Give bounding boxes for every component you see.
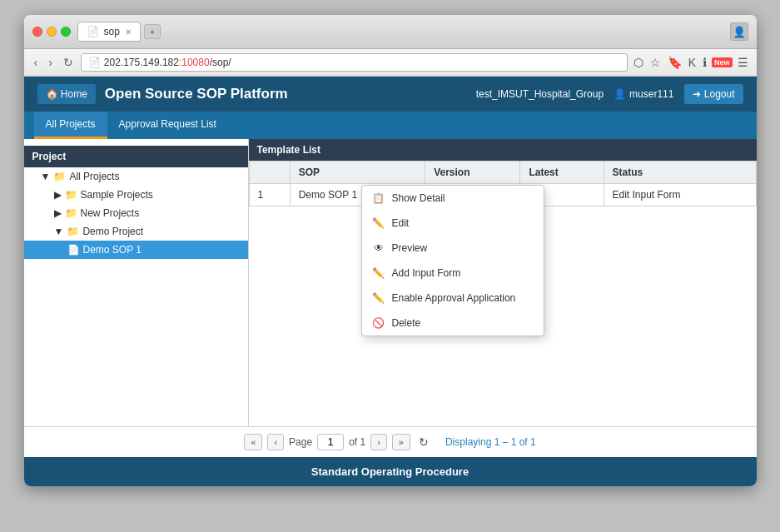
close-button[interactable] [32, 27, 42, 37]
first-page-button[interactable]: « [244, 434, 262, 450]
user-info: 👤 muser111 [614, 88, 673, 100]
template-panel-header: Template List [249, 139, 757, 161]
main-content: Project ▼ 📁 All Projects ▶ 📁 Sample Proj… [24, 139, 757, 426]
browser-window: 📄 sop ✕ + 👤 ‹ › ↻ 📄 202.175.149.182:1008… [24, 15, 757, 486]
user-icon: 👤 [614, 88, 626, 100]
address-text: 202.175.149.182:10080/sop/ [104, 57, 620, 68]
context-menu-label: Enable Approval Application [392, 292, 516, 304]
info-icon[interactable]: ℹ [701, 54, 708, 71]
tab-approval-request[interactable]: Approval Request List [107, 112, 228, 139]
translate-icon[interactable]: ⬡ [632, 54, 645, 71]
tab-title: sop [104, 26, 120, 37]
address-port: :10080 [179, 57, 210, 68]
col-num [249, 162, 290, 184]
tree-item-demo-project[interactable]: ▼ 📁 Demo Project [24, 222, 248, 241]
page-input[interactable] [317, 434, 344, 450]
app-header: 🏠 Home Open Source SOP Platform test_IMS… [24, 77, 757, 112]
group-name: test_IMSUT_Hospital_Group [476, 88, 604, 100]
folder-icon: 📁 [67, 226, 79, 237]
context-menu-enable-approval[interactable]: ✏️ Enable Approval Application [362, 286, 544, 311]
folder-icon: 📁 [65, 207, 77, 219]
expand-icon: ▼ [54, 226, 64, 237]
context-menu-label: Edit [392, 217, 410, 229]
tree-item-all-projects[interactable]: ▼ 📁 All Projects [24, 167, 248, 186]
traffic-lights [32, 27, 71, 37]
display-info: Displaying 1 – 1 of 1 [445, 436, 536, 448]
refresh-icon[interactable]: ↻ [415, 434, 432, 450]
back-button[interactable]: ‹ [31, 54, 42, 71]
tab-all-projects[interactable]: All Projects [34, 112, 107, 139]
context-menu-edit[interactable]: ✏️ Edit [362, 211, 544, 236]
tree-item-demo-sop-1[interactable]: 📄 Demo SOP 1 [24, 241, 248, 259]
last-page-button[interactable]: » [392, 434, 410, 450]
app-header-left: 🏠 Home Open Source SOP Platform [37, 83, 288, 105]
app-footer: Standard Operating Procedure [24, 457, 757, 486]
toolbar-icons: ⬡ ☆ 🔖 K ℹ New ☰ [632, 54, 750, 71]
expand-icon: ▶ [54, 207, 62, 219]
new-tab-button[interactable]: + [144, 24, 161, 39]
tree-label: New Projects [81, 207, 140, 219]
context-menu-show-detail[interactable]: 📋 Show Detail [362, 186, 544, 211]
menu-icon[interactable]: ☰ [736, 54, 750, 71]
username: muser111 [629, 88, 673, 100]
browser-user-icon: 👤 [730, 22, 748, 41]
file-icon: 📄 [67, 244, 80, 256]
footer-label: Standard Operating Procedure [311, 465, 469, 478]
context-menu-delete[interactable]: 🚫 Delete [362, 311, 544, 336]
tab-bar: 📄 sop ✕ + [77, 22, 723, 42]
project-panel-header: Project [24, 146, 248, 167]
tree-label: Demo Project [82, 226, 143, 237]
preview-icon: 👁 [372, 241, 385, 255]
context-menu-label: Show Detail [392, 192, 445, 204]
address-bar[interactable]: 📄 202.175.149.182:10080/sop/ [81, 53, 628, 72]
tree-label: Demo SOP 1 [83, 244, 142, 256]
app-title: Open Source SOP Platform [105, 86, 288, 102]
tree-label: All Projects [69, 171, 119, 182]
home-button[interactable]: 🏠 Home [37, 83, 97, 105]
cell-num: 1 [249, 184, 290, 206]
col-sop: SOP [290, 162, 425, 184]
template-panel: Template List SOP Version Latest Status … [249, 139, 757, 426]
project-panel: Project ▼ 📁 All Projects ▶ 📁 Sample Proj… [24, 139, 249, 426]
expand-icon: ▼ [41, 171, 51, 182]
tab-close-icon[interactable]: ✕ [125, 27, 132, 37]
minimize-button[interactable] [47, 27, 57, 37]
extension2-icon[interactable]: K [687, 54, 698, 71]
bookmark-icon[interactable]: ☆ [648, 54, 663, 71]
add-input-icon: ✏️ [372, 266, 385, 280]
of-label: of 1 [349, 436, 365, 448]
prev-page-button[interactable]: ‹ [267, 434, 284, 450]
tree-item-sample-projects[interactable]: ▶ 📁 Sample Projects [24, 186, 248, 204]
extension1-icon[interactable]: 🔖 [666, 54, 683, 71]
logout-button[interactable]: ➜ Logout [683, 83, 743, 105]
enable-approval-icon: ✏️ [372, 291, 385, 305]
address-icon: 📄 [88, 57, 101, 68]
edit-icon: ✏️ [372, 216, 385, 230]
maximize-button[interactable] [61, 27, 71, 37]
delete-icon: 🚫 [372, 316, 385, 330]
show-detail-icon: 📋 [372, 191, 385, 205]
context-menu-preview[interactable]: 👁 Preview [362, 236, 544, 261]
tree-item-new-projects[interactable]: ▶ 📁 New Projects [24, 204, 248, 222]
context-menu-label: Delete [392, 317, 421, 329]
next-page-button[interactable]: › [370, 434, 387, 450]
context-menu: 📋 Show Detail ✏️ Edit 👁 Preview ✏️ Add I… [361, 185, 544, 336]
context-menu-label: Preview [392, 242, 428, 254]
new-badge: New [712, 57, 733, 67]
expand-icon: ▶ [54, 189, 62, 201]
context-menu-label: Add Input Form [392, 267, 461, 279]
browser-tab[interactable]: 📄 sop ✕ [77, 22, 141, 42]
forward-button[interactable]: › [45, 54, 56, 71]
cell-status: Edit Input Form [604, 184, 756, 206]
tree-label: Sample Projects [81, 189, 153, 201]
folder-icon: 📁 [65, 189, 77, 201]
app-header-right: test_IMSUT_Hospital_Group 👤 muser111 ➜ L… [476, 83, 744, 105]
address-host: 202.175.149.182 [104, 57, 179, 68]
col-status: Status [604, 162, 756, 184]
address-path: /sop/ [210, 57, 231, 68]
tab-favicon: 📄 [87, 26, 99, 37]
browser-titlebar: 📄 sop ✕ + 👤 [24, 15, 757, 49]
context-menu-add-input-form[interactable]: ✏️ Add Input Form [362, 261, 544, 286]
reload-button[interactable]: ↻ [60, 54, 77, 71]
folder-icon: 📁 [53, 171, 66, 182]
